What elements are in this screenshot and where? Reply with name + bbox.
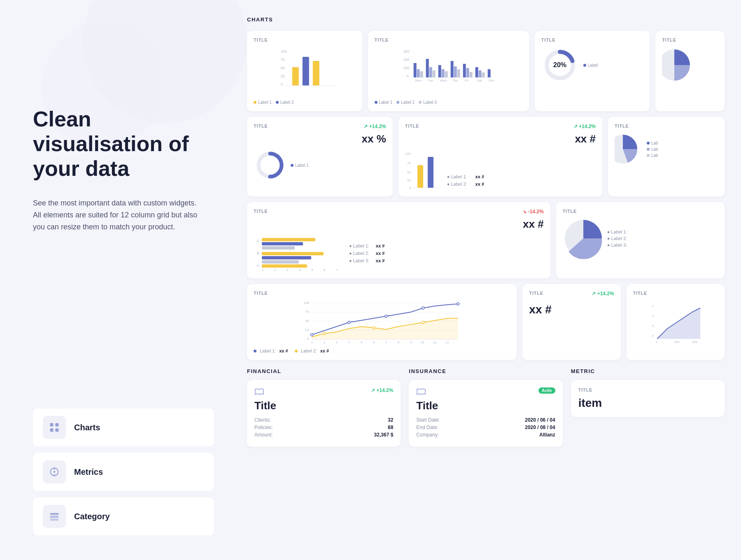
svg-text:100: 100 xyxy=(405,152,411,156)
svg-rect-18 xyxy=(313,61,319,86)
svg-text:25: 25 xyxy=(407,179,411,182)
svg-rect-69 xyxy=(262,238,315,241)
svg-text:Tue: Tue xyxy=(427,79,433,82)
svg-text:6: 6 xyxy=(373,341,375,344)
chart-title-1: TITLE xyxy=(254,37,356,42)
svg-text:0: 0 xyxy=(281,82,283,86)
pie-large-title: TITLE xyxy=(563,209,718,214)
svg-point-96 xyxy=(348,321,350,324)
svg-rect-9 xyxy=(50,516,59,518)
svg-rect-74 xyxy=(262,260,299,264)
svg-rect-30 xyxy=(432,70,435,77)
legend-label3: Label 3 xyxy=(419,100,437,105)
hbar-label3: ● Label 3:xx # xyxy=(349,258,384,263)
pie-large-svg xyxy=(563,218,604,259)
charts-row-1: TITLE 100 75 50 25 0 xyxy=(247,31,725,111)
svg-text:11: 11 xyxy=(433,341,437,344)
bar-stat-header: TITLE ↗ +14.2% xyxy=(405,124,596,133)
hbar-title: TITLE xyxy=(254,209,268,214)
svg-text:3: 3 xyxy=(652,324,654,328)
bar-stat-row1: ● Label 1:xx # xyxy=(447,174,484,179)
svg-rect-32 xyxy=(441,69,444,77)
bar-stat-content: 100 75 50 25 0 ● Label 1:xx # xyxy=(405,149,596,190)
svg-point-97 xyxy=(385,315,387,317)
svg-text:5: 5 xyxy=(311,268,313,272)
insurance-header: Activ xyxy=(416,387,555,398)
svg-rect-2 xyxy=(50,428,54,432)
svg-rect-10 xyxy=(50,519,59,521)
insurance-icon-svg xyxy=(416,387,426,396)
svg-text:100: 100 xyxy=(674,340,680,344)
svg-rect-42 xyxy=(482,72,485,77)
donut-stat-change: ↗ +14.2% xyxy=(364,124,386,129)
svg-rect-73 xyxy=(262,256,311,259)
svg-rect-8 xyxy=(50,513,59,515)
svg-rect-64 xyxy=(428,157,433,188)
chart-card-hbar: TITLE ↘ -14.2% xx # C B A xyxy=(247,202,550,278)
charts-row-2: TITLE ↗ +14.2% xx % Label 1 xyxy=(247,117,725,196)
chart-card-line-stat: TITLE ↗ +14.2% xx # xyxy=(522,284,620,360)
bar-stat-title: TITLE xyxy=(405,124,419,128)
insurance-badge: Activ xyxy=(538,387,555,394)
main-description: See the most important data with custom … xyxy=(33,197,206,233)
svg-rect-71 xyxy=(262,246,295,250)
bottom-sections: FINANCIAL ↗ +14.2% Title Clients: 32 xyxy=(247,368,725,447)
line-stat-value: xx # xyxy=(529,303,614,316)
metric-chart-title: TITLE xyxy=(578,387,717,392)
nav-item-metrics[interactable]: Metrics xyxy=(33,453,214,491)
svg-rect-37 xyxy=(463,64,466,77)
hbar-content: C B A 1 2 xyxy=(254,235,544,272)
donut-stat-title: TITLE xyxy=(254,124,268,128)
svg-rect-34 xyxy=(450,61,453,77)
svg-text:25: 25 xyxy=(281,74,285,78)
chart-card-bar-simple: TITLE 100 75 50 25 0 xyxy=(247,31,362,111)
financial-row-clients: Clients: 32 xyxy=(254,417,393,423)
svg-rect-70 xyxy=(262,242,303,245)
svg-text:B: B xyxy=(257,251,259,255)
svg-text:100: 100 xyxy=(281,49,287,54)
charts-icon xyxy=(49,422,60,433)
svg-text:4: 4 xyxy=(348,341,350,344)
bar-stat-row2: ● Label 2:xx # xyxy=(447,182,484,187)
donut-stat-header: TITLE ↗ +14.2% xyxy=(254,124,386,133)
chart-card-bar-stat: TITLE ↗ +14.2% xx # 100 75 50 25 0 xyxy=(398,117,602,196)
pie-legend-svg xyxy=(615,133,643,166)
category-icon xyxy=(49,511,60,522)
nav-label-charts: Charts xyxy=(74,423,100,432)
chart-card-pie-legend: TITLE Lab Lab Lab xyxy=(608,117,725,196)
area-title: TITLE xyxy=(633,291,718,296)
insurance-row-end: End Date: 2020 / 08 / 04 xyxy=(416,425,555,430)
financial-change: ↗ +14.2% xyxy=(371,387,393,393)
svg-rect-16 xyxy=(292,67,299,86)
svg-text:2: 2 xyxy=(652,314,654,318)
svg-rect-41 xyxy=(478,70,481,77)
svg-text:50: 50 xyxy=(281,66,285,70)
svg-text:Sat: Sat xyxy=(477,79,482,82)
pie-legend-title: TITLE xyxy=(615,124,718,128)
svg-text:3: 3 xyxy=(287,268,289,272)
financial-row-policies: Policies: 68 xyxy=(254,425,393,430)
svg-text:0: 0 xyxy=(409,186,411,190)
nav-item-charts[interactable]: Charts xyxy=(33,408,214,446)
line-svg: 100 75 50 25 0 xyxy=(254,300,510,345)
svg-text:7: 7 xyxy=(336,268,338,272)
area-svg: 1 2 3 4 0 100 200 xyxy=(633,300,718,345)
financial-card-title: Title xyxy=(254,399,393,412)
insurance-title: INSURANCE xyxy=(409,368,562,374)
bar-stat-change: ↗ +14.2% xyxy=(573,124,596,129)
svg-point-98 xyxy=(422,307,424,309)
nav-item-category[interactable]: Category xyxy=(33,497,214,535)
svg-rect-38 xyxy=(466,68,469,77)
svg-text:0: 0 xyxy=(307,337,309,341)
svg-point-5 xyxy=(54,471,56,473)
svg-point-101 xyxy=(373,327,375,329)
svg-rect-39 xyxy=(469,72,472,77)
svg-rect-31 xyxy=(438,65,441,77)
svg-text:50: 50 xyxy=(305,319,309,323)
svg-rect-26 xyxy=(417,69,419,77)
svg-text:100: 100 xyxy=(403,66,409,70)
financial-icon xyxy=(254,387,264,398)
svg-text:20%: 20% xyxy=(553,61,566,68)
svg-rect-75 xyxy=(262,264,307,268)
chart-card-area: TITLE 1 2 3 4 0 100 200 xyxy=(627,284,725,360)
